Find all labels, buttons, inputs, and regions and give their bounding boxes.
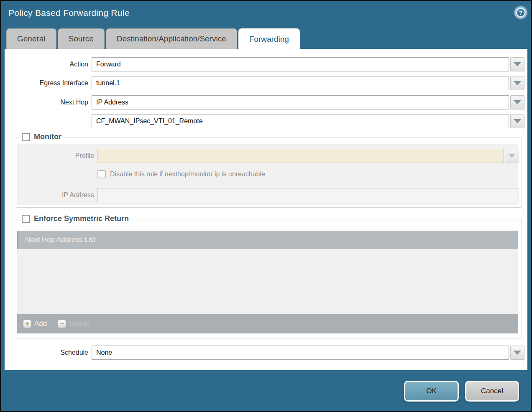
cancel-button[interactable]: Cancel bbox=[465, 381, 519, 402]
action-dropdown-button[interactable] bbox=[510, 57, 524, 71]
egress-interface-input[interactable]: tunnel.1 bbox=[92, 76, 509, 90]
forwarding-tab-panel: Action Forward Egress Interface tunnel.1… bbox=[5, 49, 527, 370]
help-icon[interactable]: ? bbox=[514, 6, 527, 19]
monitor-section: Monitor Profile Disable this rule if nex… bbox=[16, 137, 522, 208]
enforce-symmetric-return-section: Enforce Symmetric Return Next Hop Addres… bbox=[16, 219, 522, 338]
action-input[interactable]: Forward bbox=[92, 57, 509, 71]
monitor-ip-address-row: IP Address bbox=[17, 188, 518, 202]
next-hop-address-table: Next Hop Address List + Add − Delete bbox=[17, 231, 518, 333]
monitor-profile-row: Profile bbox=[17, 149, 518, 163]
next-hop-address-list-body[interactable] bbox=[17, 249, 518, 314]
monitor-section-label: Monitor bbox=[34, 132, 61, 141]
profile-input[interactable] bbox=[97, 149, 504, 163]
schedule-input[interactable]: None bbox=[92, 346, 509, 360]
action-row: Action Forward bbox=[5, 57, 527, 71]
egress-interface-label: Egress Interface bbox=[5, 79, 88, 87]
enforce-symmetric-return-checkbox[interactable] bbox=[22, 215, 30, 223]
delete-button-label: Delete bbox=[69, 320, 90, 328]
chevron-down-icon bbox=[514, 81, 521, 85]
profile-label: Profile bbox=[17, 152, 94, 160]
monitor-legend: Monitor bbox=[19, 132, 64, 141]
next-hop-dropdown-button[interactable] bbox=[510, 95, 524, 109]
egress-interface-dropdown-button[interactable] bbox=[510, 76, 524, 90]
disable-rule-label: Disable this rule if nexthop/monitor ip … bbox=[110, 170, 265, 178]
next-hop-type-input[interactable]: IP Address bbox=[92, 95, 509, 109]
pbf-rule-dialog: Policy Based Forwarding Rule ? General S… bbox=[0, 0, 532, 412]
question-mark-glyph: ? bbox=[516, 8, 525, 17]
tab-bar: General Source Destination/Application/S… bbox=[6, 28, 300, 49]
dialog-title: Policy Based Forwarding Rule bbox=[8, 8, 130, 18]
disable-rule-checkbox[interactable] bbox=[97, 170, 106, 178]
action-label: Action bbox=[5, 61, 88, 68]
table-toolbar: + Add − Delete bbox=[17, 314, 518, 333]
tab-source[interactable]: Source bbox=[58, 28, 105, 49]
tab-general[interactable]: General bbox=[6, 28, 56, 49]
monitor-ip-address-input[interactable] bbox=[97, 188, 519, 202]
profile-dropdown-button[interactable] bbox=[505, 149, 519, 163]
chevron-down-icon bbox=[514, 351, 521, 355]
monitor-panel: Profile Disable this rule if nexthop/mon… bbox=[17, 144, 518, 205]
schedule-label: Schedule bbox=[5, 349, 88, 356]
add-button[interactable]: + Add bbox=[23, 320, 47, 328]
chevron-down-icon bbox=[514, 100, 521, 104]
delete-button[interactable]: − Delete bbox=[58, 320, 90, 328]
schedule-dropdown-button[interactable] bbox=[510, 346, 524, 360]
next-hop-address-row: CF_MWAN_IPsec_VTI_01_Remote bbox=[5, 114, 527, 128]
monitor-ip-address-label: IP Address bbox=[17, 191, 94, 199]
disable-rule-row: Disable this rule if nexthop/monitor ip … bbox=[97, 170, 532, 178]
plus-icon: + bbox=[23, 320, 31, 328]
next-hop-address-dropdown-button[interactable] bbox=[510, 114, 524, 128]
monitor-checkbox[interactable] bbox=[22, 133, 30, 141]
egress-interface-row: Egress Interface tunnel.1 bbox=[5, 76, 527, 90]
next-hop-label: Next Hop bbox=[5, 99, 88, 106]
tab-forwarding[interactable]: Forwarding bbox=[238, 28, 300, 50]
next-hop-address-input[interactable]: CF_MWAN_IPsec_VTI_01_Remote bbox=[92, 114, 509, 128]
chevron-down-icon bbox=[508, 154, 516, 158]
enforce-symmetric-return-legend: Enforce Symmetric Return bbox=[19, 214, 132, 223]
minus-icon: − bbox=[58, 320, 66, 328]
chevron-down-icon bbox=[514, 119, 521, 123]
schedule-row: Schedule None bbox=[5, 346, 527, 360]
chevron-down-icon bbox=[514, 62, 521, 66]
add-button-label: Add bbox=[34, 320, 47, 328]
tab-destination-application-service[interactable]: Destination/Application/Service bbox=[106, 28, 237, 49]
enforce-symmetric-return-label: Enforce Symmetric Return bbox=[34, 214, 129, 223]
next-hop-row: Next Hop IP Address bbox=[5, 95, 527, 109]
ok-button[interactable]: OK bbox=[404, 381, 459, 402]
next-hop-address-list-header: Next Hop Address List bbox=[17, 231, 518, 249]
